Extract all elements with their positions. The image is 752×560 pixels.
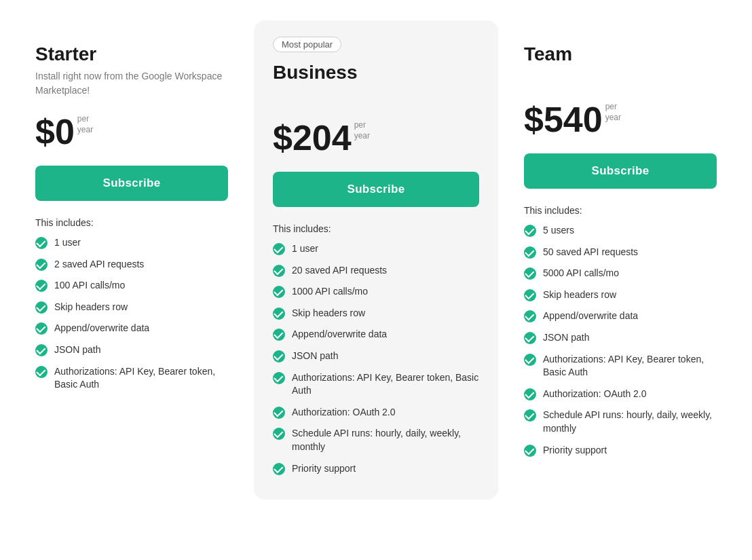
check-icon: [35, 366, 48, 378]
feature-text: Append/overwrite data: [543, 310, 638, 323]
feature-item: 50 saved API requests: [524, 246, 717, 259]
feature-item: Priority support: [273, 462, 479, 476]
check-icon: [524, 332, 536, 344]
feature-text: Append/overwrite data: [54, 322, 149, 335]
feature-text: Schedule API runs: hourly, daily, weekly…: [543, 409, 717, 435]
check-icon: [35, 322, 48, 335]
feature-item: Skip headers row: [273, 307, 479, 320]
plan-starter: StarterInstall right now from the Google…: [16, 27, 247, 416]
feature-item: Schedule API runs: hourly, daily, weekly…: [524, 409, 717, 435]
feature-text: Append/overwrite data: [292, 328, 387, 341]
feature-item: 1 user: [35, 236, 228, 250]
feature-item: JSON path: [524, 331, 717, 345]
plan-name-business: Business: [273, 62, 479, 83]
per-label: per: [77, 114, 93, 125]
check-icon: [524, 267, 536, 280]
feature-item: JSON path: [35, 343, 228, 357]
plan-business: Most popularBusiness $204 per year Subsc…: [254, 20, 498, 500]
feature-item: Skip headers row: [524, 288, 717, 302]
check-icon: [524, 246, 536, 259]
feature-item: 20 saved API requests: [273, 264, 479, 278]
subscribe-button-business[interactable]: Subscribe: [273, 172, 479, 207]
feature-item: 5000 API calls/mo: [524, 267, 717, 280]
feature-item: Priority support: [524, 444, 717, 458]
check-icon: [273, 265, 285, 277]
feature-item: 1 user: [273, 242, 479, 256]
check-icon: [524, 409, 536, 422]
pricing-container: StarterInstall right now from the Google…: [14, 27, 738, 500]
check-icon: [273, 407, 285, 419]
check-icon: [273, 286, 285, 298]
subscribe-button-team[interactable]: Subscribe: [524, 153, 717, 189]
feature-item: Schedule API runs: hourly, daily, weekly…: [273, 427, 479, 453]
price-period-starter: per year: [77, 114, 93, 138]
check-icon: [273, 350, 285, 362]
feature-text: JSON path: [292, 350, 338, 363]
feature-text: 1 user: [292, 242, 318, 256]
feature-item: 2 saved API requests: [35, 258, 228, 272]
most-popular-badge: Most popular: [273, 37, 341, 52]
feature-list-team: 5 users 50 saved API requests 5000 API c…: [524, 224, 717, 457]
year-label: year: [354, 131, 370, 142]
feature-item: Authorizations: API Key, Bearer token, B…: [524, 353, 717, 379]
price-amount-team: $540: [524, 102, 603, 137]
feature-item: Authorization: OAuth 2.0: [524, 388, 717, 401]
feature-text: Authorizations: API Key, Bearer token, B…: [543, 353, 717, 379]
feature-item: 1000 API calls/mo: [273, 285, 479, 299]
feature-text: 1000 API calls/mo: [292, 285, 368, 299]
per-label: per: [605, 102, 621, 113]
feature-item: Authorizations: API Key, Bearer token, B…: [273, 371, 479, 398]
check-icon: [35, 344, 48, 356]
price-row-team: $540 per year: [524, 102, 717, 137]
feature-item: Append/overwrite data: [273, 328, 479, 341]
price-period-team: per year: [605, 102, 621, 126]
price-row-starter: $0 per year: [35, 114, 228, 149]
check-icon: [273, 243, 285, 255]
feature-item: Authorization: OAuth 2.0: [273, 406, 479, 419]
feature-item: Append/overwrite data: [524, 310, 717, 323]
check-icon: [524, 445, 536, 457]
check-icon: [273, 372, 285, 384]
check-icon: [35, 280, 48, 292]
check-icon: [524, 388, 536, 400]
price-period-business: per year: [354, 120, 370, 144]
feature-text: Skip headers row: [54, 301, 128, 314]
plan-name-starter: Starter: [35, 43, 228, 65]
includes-label-business: This includes:: [273, 223, 479, 234]
check-icon: [273, 307, 285, 320]
feature-text: Skip headers row: [292, 307, 365, 320]
feature-text: JSON path: [543, 331, 589, 345]
feature-text: 2 saved API requests: [54, 258, 144, 272]
feature-text: 5000 API calls/mo: [543, 267, 619, 280]
feature-text: Authorizations: API Key, Bearer token, B…: [292, 371, 479, 398]
plan-team: Team $540 per year SubscribeThis include…: [505, 27, 736, 481]
year-label: year: [605, 113, 621, 124]
year-label: year: [77, 125, 93, 136]
price-amount-business: $204: [273, 120, 352, 155]
price-amount-starter: $0: [35, 114, 75, 149]
check-icon: [524, 354, 536, 366]
check-icon: [273, 329, 285, 341]
price-row-business: $204 per year: [273, 120, 479, 155]
feature-text: 100 API calls/mo: [54, 279, 125, 293]
subscribe-button-starter[interactable]: Subscribe: [35, 166, 228, 201]
check-icon: [273, 463, 285, 475]
check-icon: [524, 289, 536, 301]
feature-text: Priority support: [543, 444, 607, 458]
feature-text: 20 saved API requests: [292, 264, 387, 278]
feature-text: Priority support: [292, 462, 356, 476]
feature-text: Skip headers row: [543, 288, 616, 302]
check-icon: [524, 310, 536, 322]
feature-item: 100 API calls/mo: [35, 279, 228, 293]
feature-text: 50 saved API requests: [543, 246, 638, 259]
plan-subtitle-starter: Install right now from the Google Worksp…: [35, 69, 228, 98]
check-icon: [35, 301, 48, 314]
per-label: per: [354, 120, 370, 131]
feature-text: 1 user: [54, 236, 81, 250]
feature-item: Authorizations: API Key, Bearer token, B…: [35, 365, 228, 392]
feature-list-starter: 1 user 2 saved API requests 100 API call…: [35, 236, 228, 392]
check-icon: [35, 237, 48, 249]
feature-text: 5 users: [543, 224, 574, 238]
includes-label-starter: This includes:: [35, 217, 228, 228]
feature-item: Append/overwrite data: [35, 322, 228, 335]
